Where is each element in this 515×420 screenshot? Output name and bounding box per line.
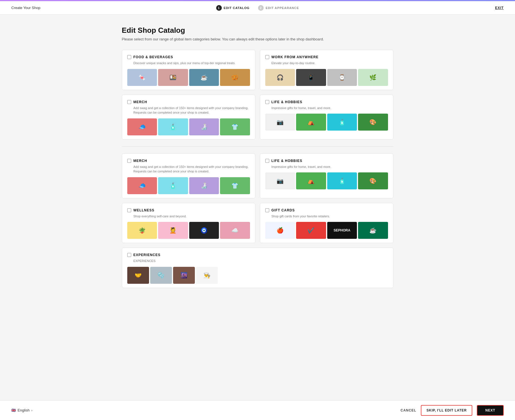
giftcards-img-1: 🍎 (265, 222, 295, 239)
wellness-desc: Shop everything self-care and beyond. (127, 214, 250, 219)
merch-bottom-header: MERCH (127, 159, 250, 163)
merch-bottom-img-2: 🧴 (158, 177, 188, 194)
lang-chevron-icon: › (31, 409, 33, 412)
life-bottom-img-1: 📷 (265, 172, 295, 189)
merch-top-img-2: 🧴 (158, 118, 188, 135)
giftcards-title: GIFT CARDS (271, 208, 295, 212)
food-header: FOOD & BEVERAGES (127, 55, 250, 59)
experiences-checkbox[interactable] (127, 253, 131, 257)
merch-top-images: 🧢 🧴 🍶 👕 (127, 118, 250, 135)
scroll-area: Edit Shop Catalog Please select from our… (0, 15, 515, 400)
work-images: 🎧 📱 ⌚ 🌿 (265, 69, 388, 86)
step-2-label: EDIT APPEARANCE (266, 6, 299, 10)
life-bottom-checkbox[interactable] (265, 159, 269, 163)
wellness-img-1: 🪴 (127, 222, 157, 239)
category-card-food[interactable]: FOOD & BEVERAGES Discover unique snacks … (122, 50, 255, 90)
food-desc: Discover unique snacks and sips, plus ou… (127, 61, 250, 66)
life-bottom-header: LIFE & HOBBIES (265, 159, 388, 163)
life-top-header: LIFE & HOBBIES (265, 100, 388, 104)
work-title: WORK FROM ANYWHERE (271, 55, 319, 59)
merch-bottom-desc: Add swag and get a collection of 150+ it… (127, 164, 250, 174)
create-shop-label: Create Your Shop (11, 6, 40, 10)
life-top-desc: Impressive gifts for home, travel, and m… (265, 106, 388, 111)
category-card-life-bottom[interactable]: LIFE & HOBBIES Impressive gifts for home… (260, 153, 393, 198)
cancel-button[interactable]: CANCEL (400, 408, 416, 412)
merch-top-checkbox[interactable] (127, 100, 131, 104)
work-desc: Elevate your day-to-day routine. (265, 61, 388, 66)
experiences-header: EXPERIENCES (127, 253, 388, 257)
giftcards-img-4: ☕ (358, 222, 388, 239)
food-img-4: 🥨 (220, 69, 250, 86)
merch-top-img-3: 🍶 (189, 118, 219, 135)
life-bottom-desc: Impressive gifts for home, travel, and m… (265, 164, 388, 169)
step-2: 2 EDIT APPEARANCE (258, 5, 299, 11)
work-checkbox[interactable] (265, 55, 269, 59)
page-title: Edit Shop Catalog (122, 26, 393, 35)
experiences-img-2: 🫧 (150, 267, 172, 284)
giftcards-checkbox[interactable] (265, 208, 269, 212)
work-img-2: 📱 (296, 69, 326, 86)
exit-button[interactable]: EXIT (495, 6, 504, 10)
giftcards-desc: Shop gift cards from your favorite retai… (265, 214, 388, 219)
next-button[interactable]: NEXT (477, 405, 504, 416)
life-top-title: LIFE & HOBBIES (271, 100, 302, 104)
step-1-label: EDIT CATALOG (224, 6, 249, 10)
experiences-img-3: 🌆 (173, 267, 195, 284)
bottom-actions: CANCEL SKIP, I'LL EDIT LATER NEXT (400, 405, 504, 416)
wellness-img-3: 🧿 (189, 222, 219, 239)
work-img-4: 🌿 (358, 69, 388, 86)
category-card-merch-top[interactable]: MERCH Add swag and get a collection of 1… (122, 95, 255, 140)
merch-top-header: MERCH (127, 100, 250, 104)
skip-button[interactable]: SKIP, I'LL EDIT LATER (421, 405, 472, 416)
giftcards-header: GIFT CARDS (265, 208, 388, 212)
experiences-desc: EXPERIENCES (127, 259, 388, 263)
experiences-title: EXPERIENCES (133, 253, 161, 257)
food-title: FOOD & BEVERAGES (133, 55, 173, 59)
category-card-merch-bottom[interactable]: MERCH Add swag and get a collection of 1… (122, 153, 255, 198)
experiences-img-1: 🤝 (127, 267, 149, 284)
giftcards-img-2: ✔️ (296, 222, 326, 239)
category-card-work[interactable]: WORK FROM ANYWHERE Elevate your day-to-d… (260, 50, 393, 90)
food-img-2: 🍱 (158, 69, 188, 86)
merch-bottom-images: 🧢 🧴 🍶 👕 (127, 177, 250, 194)
step-1: 1 EDIT CATALOG (216, 5, 249, 11)
language-label: English (18, 408, 30, 412)
experiences-img-4: 👨‍🍳 (196, 267, 218, 284)
wellness-header: WELLNESS (127, 208, 250, 212)
steps-progress: 1 EDIT CATALOG 2 EDIT APPEARANCE (216, 5, 299, 11)
top-bar: Create Your Shop 1 EDIT CATALOG 2 EDIT A… (0, 1, 515, 15)
step-1-num: 1 (216, 5, 222, 11)
food-img-1: 🍬 (127, 69, 157, 86)
wellness-img-4: ☁️ (220, 222, 250, 239)
merch-top-img-1: 🧢 (127, 118, 157, 135)
life-top-img-3: 🧴 (327, 114, 357, 131)
merch-bottom-img-3: 🍶 (189, 177, 219, 194)
merch-bottom-img-4: 👕 (220, 177, 250, 194)
life-top-img-1: 📷 (265, 114, 295, 131)
experiences-images: 🤝 🫧 🌆 👨‍🍳 (127, 267, 218, 284)
wellness-title: WELLNESS (133, 208, 154, 212)
category-card-giftcards[interactable]: GIFT CARDS Shop gift cards from your fav… (260, 203, 393, 243)
language-selector[interactable]: 🇬🇧 English › (11, 408, 32, 412)
category-card-life-top[interactable]: LIFE & HOBBIES Impressive gifts for home… (260, 95, 393, 140)
category-grid-top: FOOD & BEVERAGES Discover unique snacks … (122, 50, 393, 140)
work-img-3: ⌚ (327, 69, 357, 86)
category-card-wellness[interactable]: WELLNESS Shop everything self-care and b… (122, 203, 255, 243)
life-top-img-4: 🎨 (358, 114, 388, 131)
wellness-img-2: 💆 (158, 222, 188, 239)
flag-icon: 🇬🇧 (11, 408, 16, 412)
life-top-checkbox[interactable] (265, 100, 269, 104)
food-images: 🍬 🍱 ☕ 🥨 (127, 69, 250, 86)
merch-bottom-checkbox[interactable] (127, 159, 131, 163)
life-bottom-img-2: ⛺ (296, 172, 326, 189)
food-img-3: ☕ (189, 69, 219, 86)
work-img-1: 🎧 (265, 69, 295, 86)
category-card-experiences[interactable]: EXPERIENCES EXPERIENCES 🤝 🫧 🌆 👨‍🍳 (122, 248, 393, 288)
main-content: Edit Shop Catalog Please select from our… (116, 15, 399, 322)
merch-top-img-4: 👕 (220, 118, 250, 135)
food-checkbox[interactable] (127, 55, 131, 59)
wellness-checkbox[interactable] (127, 208, 131, 212)
life-bottom-title: LIFE & HOBBIES (271, 159, 302, 163)
bottom-bar: 🇬🇧 English › CANCEL SKIP, I'LL EDIT LATE… (0, 400, 515, 420)
life-bottom-images: 📷 ⛺ 🧴 🎨 (265, 172, 388, 189)
